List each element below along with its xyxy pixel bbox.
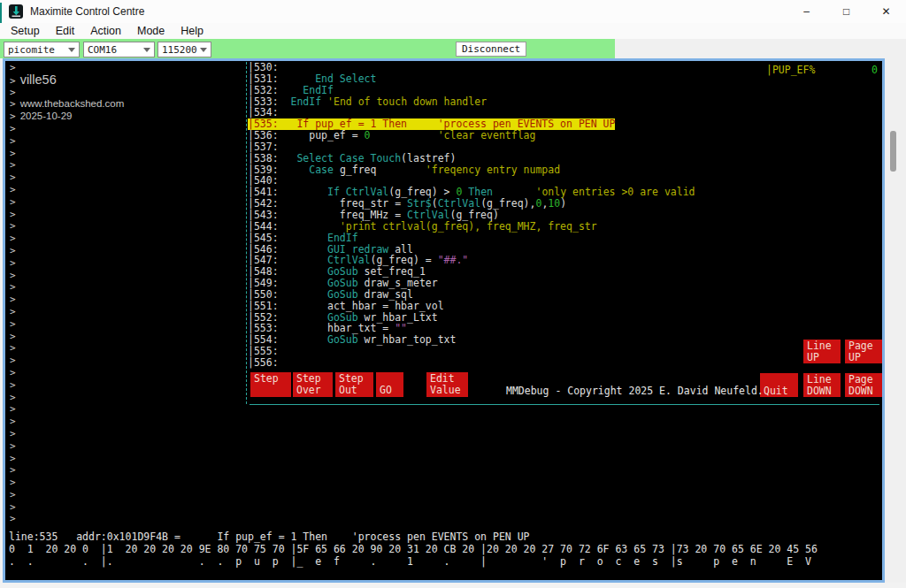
console-line: >: [10, 501, 124, 514]
debugger-copyright: MMDebug - Copyright 2025 E. David Neufel…: [506, 386, 764, 397]
console-line: >: [10, 87, 124, 99]
console-line: >2025-10-29: [10, 111, 124, 123]
console-line: >: [10, 453, 124, 465]
console-line: >: [10, 489, 124, 501]
code-line: |536: pup_ef = 0 'clear eventflag: [248, 130, 695, 141]
minimize-button[interactable]: –: [787, 0, 826, 23]
console-line: >: [10, 477, 124, 489]
device-select-value: picomite: [8, 44, 55, 56]
code-line: |556:: [248, 357, 695, 369]
console-line: >: [10, 184, 124, 196]
page-up-button[interactable]: Page UP: [845, 340, 882, 363]
app-window: Maximite Control Centre – □ ✕ Setup Edit…: [0, 0, 906, 588]
connection-toolbar: picomite COM16 115200 Disconnect: [0, 39, 906, 58]
console-line: >: [10, 440, 124, 453]
page-down-button[interactable]: Page DOWN: [845, 373, 882, 397]
app-icon: [9, 4, 23, 19]
console-line: >: [10, 281, 124, 294]
status-block: line:535 addr:0x101D9F4B = If pup_ef = 1…: [9, 531, 818, 580]
window-controls: – □ ✕: [787, 0, 906, 23]
separator-line: [250, 404, 879, 405]
disconnect-button[interactable]: Disconnect: [456, 42, 526, 57]
code-line: |539: Case g_freq 'freqency entry numpad: [248, 164, 695, 176]
console-line: >: [10, 392, 124, 404]
menu-item-help[interactable]: Help: [173, 25, 211, 37]
console-line: >www.thebackshed.com: [10, 98, 124, 111]
console-column: >>ville56>>www.thebackshed.com>2025-10-2…: [10, 62, 124, 525]
code-pane: |530:|531: End Select|532: EndIf|533: En…: [246, 62, 695, 404]
code-line: |533: EndIf 'End of touch down handler: [248, 96, 695, 108]
scrollbar-thumb[interactable]: [890, 131, 896, 172]
close-button[interactable]: ✕: [866, 0, 906, 23]
console-line: >: [10, 123, 124, 135]
console-line: >: [10, 464, 124, 477]
console-line: >: [10, 428, 124, 440]
terminal-cursor: _: [9, 570, 818, 580]
menu-item-action[interactable]: Action: [82, 25, 129, 37]
line-down-button[interactable]: Line DOWN: [803, 373, 841, 397]
status-line-hex: 0 1 20 20 0 |1 20 20 20 20 9E 80 70 75 7…: [9, 543, 818, 555]
go-button[interactable]: GO: [376, 372, 403, 397]
console-line: >: [10, 172, 124, 184]
menu-item-setup[interactable]: Setup: [3, 25, 48, 37]
vertical-scrollbar[interactable]: [885, 58, 906, 583]
device-select[interactable]: picomite: [4, 42, 80, 57]
code-line: |554: GoSub wr_hbar_top_txt: [248, 334, 695, 346]
console-line: >: [10, 318, 124, 331]
console-line: >: [10, 148, 124, 160]
console-line: >: [10, 159, 124, 172]
line-up-button[interactable]: Line UP: [803, 340, 841, 363]
edit-value-button[interactable]: Edit Value: [426, 372, 468, 397]
menu-item-mode[interactable]: Mode: [129, 25, 173, 37]
console-line: >: [10, 416, 124, 428]
com-port-select-value: COM16: [88, 44, 117, 56]
console-line: >: [10, 196, 124, 209]
terminal: >>ville56>>www.thebackshed.com>2025-10-2…: [3, 58, 885, 583]
console-line: >: [10, 257, 124, 270]
watch-variable-value: 0: [871, 64, 878, 76]
terminal-content: >>ville56>>www.thebackshed.com>2025-10-2…: [5, 61, 882, 580]
console-line: >: [10, 233, 124, 245]
status-line-info: line:535 addr:0x101D9F4B = If pup_ef = 1…: [9, 531, 818, 543]
chevron-down-icon: [68, 48, 75, 56]
console-line: >: [10, 294, 124, 306]
step-out-button[interactable]: Step Out: [335, 372, 373, 397]
console-line: >: [10, 342, 124, 355]
window-title: Maximite Control Centre: [30, 5, 144, 18]
console-line: >: [10, 355, 124, 367]
watch-variable-name: |PUP_EF%: [766, 64, 815, 76]
step-over-button[interactable]: Step Over: [293, 372, 333, 397]
console-line: >: [10, 379, 124, 392]
console-line: >ville56: [10, 74, 124, 87]
console-line: >: [10, 403, 124, 416]
console-line: >: [10, 306, 124, 318]
code-line: |555:: [248, 346, 695, 357]
console-line: >: [10, 220, 124, 233]
console-line: >: [10, 245, 124, 257]
baud-rate-select[interactable]: 115200: [157, 42, 211, 57]
quit-button[interactable]: Quit: [760, 373, 798, 397]
chevron-down-icon: [143, 48, 150, 56]
console-line: >: [10, 209, 124, 221]
menu-bar: Setup Edit Action Mode Help: [0, 23, 906, 39]
baud-rate-select-value: 115200: [162, 44, 197, 56]
console-line: >: [10, 270, 124, 282]
console-line: >: [10, 331, 124, 343]
step-button[interactable]: Step: [250, 372, 291, 397]
menu-item-edit[interactable]: Edit: [48, 25, 83, 37]
console-line: >: [10, 367, 124, 379]
status-line-ascii: . . . |. . . p u p |_ e f . 1 . | ' p r …: [9, 555, 818, 568]
title-bar: Maximite Control Centre – □ ✕: [0, 0, 906, 23]
console-line: >: [10, 513, 124, 525]
console-line: >: [10, 135, 124, 148]
maximize-button[interactable]: □: [826, 0, 866, 23]
chevron-down-icon: [200, 48, 207, 56]
com-port-select[interactable]: COM16: [83, 42, 155, 57]
